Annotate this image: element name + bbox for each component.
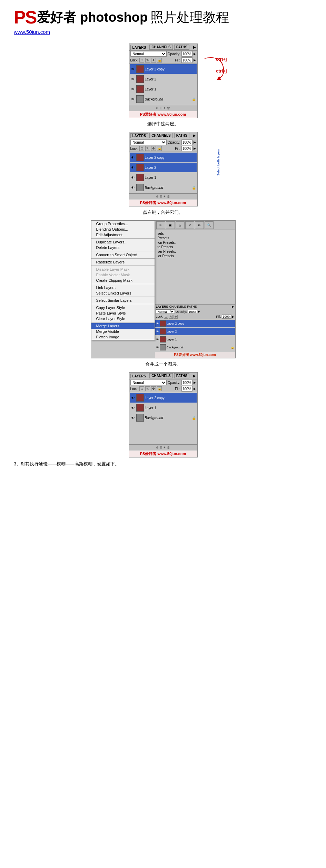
opacity-input-1[interactable] <box>181 51 192 57</box>
ctx-merge-visible[interactable]: Merge Visible <box>91 329 155 334</box>
ctx-copy-layer-style[interactable]: Copy Layer Style <box>91 305 155 310</box>
preset-te[interactable]: te Presets <box>156 245 234 249</box>
ctx-select-linked-layers[interactable]: Select Linked Layers <box>91 290 155 296</box>
lock-btn-2d[interactable]: 🔒 <box>157 146 162 151</box>
lock-btn-2[interactable]: ✎ <box>145 58 150 62</box>
blend-mode-select-2[interactable]: Normal <box>130 139 167 145</box>
fill-arrow-4[interactable]: ▶ <box>194 387 196 390</box>
layer2-row-layer1[interactable]: 👁 Layer 1 <box>130 173 197 182</box>
lock4-btn-b[interactable]: ✎ <box>145 386 150 391</box>
eye-layer2copy[interactable]: 👁 <box>130 67 135 71</box>
mini-opacity-arrow[interactable]: ▶ <box>198 310 200 313</box>
tab-paths-2[interactable]: PATHS <box>174 133 189 138</box>
ctx-convert-smart-object[interactable]: Convert to Smart Object <box>91 252 155 258</box>
mini-tab-channels[interactable]: CHANNELS <box>169 305 186 308</box>
lock-btn-2c[interactable]: ✛ <box>151 146 156 151</box>
toolbar-btn-5[interactable]: ⊕ <box>195 221 204 229</box>
eye2-layer1[interactable]: 👁 <box>130 175 135 180</box>
ctx-select-similar-layers[interactable]: Select Similar Layers <box>91 298 155 303</box>
opacity-input-4[interactable] <box>181 380 192 385</box>
fill-input-1[interactable] <box>181 57 192 63</box>
mini-edit-btn[interactable]: ✎ <box>169 315 173 319</box>
lock4-btn-a[interactable]: □ <box>139 386 144 391</box>
preset-sets[interactable]: sets <box>156 231 234 236</box>
blend-mode-select-1[interactable]: Normal <box>130 51 167 57</box>
opacity-arrow-1[interactable]: ▶ <box>194 52 196 56</box>
mini-eye-layer1[interactable]: 👁 <box>156 338 159 341</box>
ctx-rasterize-layers[interactable]: Rasterize Layers <box>91 259 155 265</box>
fill-arrow-1[interactable]: ▶ <box>194 58 196 62</box>
ctx-disable-layer-mask[interactable]: Disable Layer Mask <box>91 267 155 272</box>
tab-layers-2[interactable]: LAYERS <box>130 133 148 138</box>
toolbar-btn-6[interactable]: 🔍 <box>205 221 214 229</box>
mini-blend-select[interactable]: Normal <box>156 309 175 314</box>
panel-menu-arrow-1[interactable]: ▶ <box>193 45 196 49</box>
layer2-row-background[interactable]: 👁 Background 🔒 <box>130 183 197 192</box>
layer-row-layer1[interactable]: 👁 Layer 1 <box>130 84 197 94</box>
toolbar-btn-1[interactable]: ✏ <box>156 221 165 229</box>
ctx-flatten-image[interactable]: Flatten Image <box>91 334 155 340</box>
lock-btn-2a[interactable]: □ <box>139 146 144 151</box>
panel4-menu-arrow[interactable]: ▶ <box>193 374 196 378</box>
layer4-row-layer2copy[interactable]: 👁 Layer 2 copy <box>130 393 197 403</box>
ctx-link-layers[interactable]: Link Layers <box>91 285 155 290</box>
preset-lor[interactable]: lor Presets <box>156 254 234 258</box>
fill-arrow-2[interactable]: ▶ <box>194 147 196 150</box>
panel-menu-arrow-2[interactable]: ▶ <box>193 134 196 137</box>
eye2-background[interactable]: 👁 <box>130 185 135 190</box>
opacity-arrow-4[interactable]: ▶ <box>194 381 196 384</box>
eye-layer1[interactable]: 👁 <box>130 87 135 91</box>
mini-lock-btn[interactable]: □ <box>164 315 168 319</box>
eye4-layer1[interactable]: 👁 <box>130 405 135 410</box>
ctx-create-clipping-mask[interactable]: Create Clipping Mask <box>91 278 155 283</box>
website-link[interactable]: www.50jun.com <box>14 29 312 35</box>
tab-channels-1[interactable]: CHANNELS <box>149 45 173 50</box>
mini-layer-layer2copy[interactable]: 👁 Layer 2 copy <box>155 320 235 327</box>
toolbar-btn-2[interactable]: ▣ <box>166 221 175 229</box>
eye4-background[interactable]: 👁 <box>130 415 135 420</box>
ctx-duplicate-layers[interactable]: Duplicate Layers... <box>91 239 155 245</box>
lock4-btn-c[interactable]: ✛ <box>151 386 156 391</box>
lock4-btn-d[interactable]: 🔒 <box>157 386 162 391</box>
ctx-blending-options[interactable]: Blending Options... <box>91 226 155 232</box>
tab4-paths[interactable]: PATHS <box>174 373 189 378</box>
tab4-layers[interactable]: LAYERS <box>130 374 148 378</box>
lock-btn-2b[interactable]: ✎ <box>145 146 150 151</box>
eye2-layer2[interactable]: 👁 <box>130 165 135 170</box>
ctx-merge-layers[interactable]: Merge Layers <box>91 323 155 329</box>
eye2-layer2copy[interactable]: 👁 <box>130 155 135 160</box>
eye4-layer2copy[interactable]: 👁 <box>130 395 135 400</box>
mini-eye-layer2[interactable]: 👁 <box>156 330 159 333</box>
tab-layers-1[interactable]: LAYERS <box>130 45 148 50</box>
mini-layer-layer1[interactable]: 👁 Layer 1 <box>155 336 235 343</box>
lock-btn-3[interactable]: ✛ <box>151 58 156 62</box>
opacity-input-2[interactable] <box>181 139 192 145</box>
mini-tab-paths[interactable]: PATHS <box>187 305 197 308</box>
tab-channels-2[interactable]: CHANNELS <box>149 133 173 138</box>
eye-layer2[interactable]: 👁 <box>130 77 135 81</box>
mini-fill-arrow[interactable]: ▶ <box>232 315 234 318</box>
tab4-channels[interactable]: CHANNELS <box>149 373 173 378</box>
mini-layer-background[interactable]: 👁 Background 🔒 <box>155 344 235 351</box>
layer2-row-layer2[interactable]: 👁 Layer 2 <box>130 163 197 172</box>
layer-row-background[interactable]: 👁 Background 🔒 <box>130 94 197 104</box>
ctx-enable-vector-mask[interactable]: Enable Vector Mask <box>91 272 155 278</box>
mini-opacity-value[interactable]: 100% <box>188 310 197 314</box>
preset-presets[interactable]: Presets <box>156 236 234 240</box>
toolbar-btn-4[interactable]: ↗ <box>185 221 194 229</box>
layer4-row-layer1[interactable]: 👁 Layer 1 <box>130 403 197 413</box>
toolbar-btn-3[interactable]: △ <box>176 221 185 229</box>
mini-eye-background[interactable]: 👁 <box>156 346 159 349</box>
preset-yer[interactable]: yer Presets: <box>156 249 234 254</box>
eye-background[interactable]: 👁 <box>130 97 135 102</box>
fill-input-4[interactable] <box>181 386 192 392</box>
ctx-edit-adjustment[interactable]: Edit Adjustment... <box>91 232 155 238</box>
tab-paths-1[interactable]: PATHS <box>174 45 189 50</box>
blend-mode-select-4[interactable]: Normal <box>130 380 167 385</box>
ctx-group-properties[interactable]: Group Properties... <box>91 221 155 226</box>
ctx-paste-layer-style[interactable]: Paste Layer Style <box>91 310 155 316</box>
ctx-delete-layers[interactable]: Delete Layers <box>91 245 155 250</box>
mini-menu-arrow[interactable]: ▶ <box>232 305 234 308</box>
layer2-row-layer2copy[interactable]: 👁 Layer 2 copy <box>130 153 197 162</box>
layer-row-layer2copy[interactable]: 👁 Layer 2 copy <box>130 64 197 74</box>
